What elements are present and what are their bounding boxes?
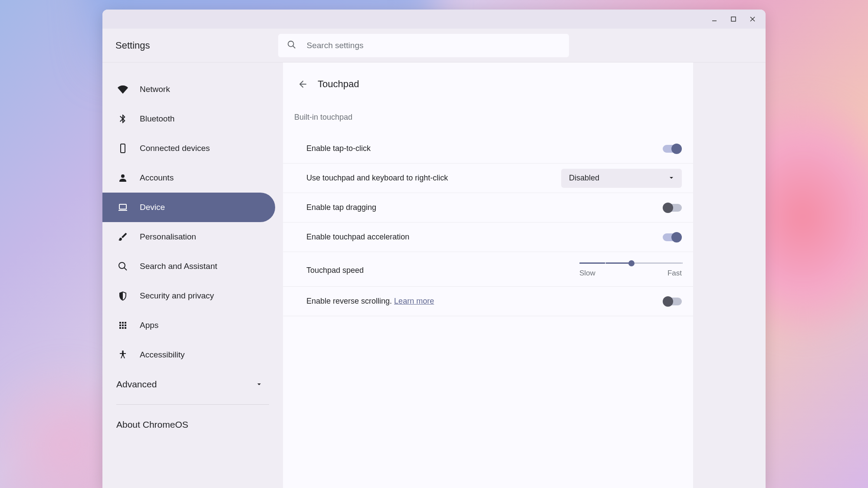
setting-reverse-scrolling: Enable reverse scrolling. Learn more	[283, 287, 693, 316]
sidebar-item-label: Personalisation	[140, 232, 196, 242]
slider-fast-label: Fast	[667, 269, 682, 278]
setting-label: Use touchpad and keyboard to right-click	[306, 174, 448, 183]
person-icon	[116, 171, 129, 184]
search-icon	[287, 40, 296, 51]
sidebar-item-label: Accessibility	[140, 350, 184, 360]
svg-rect-1	[731, 17, 736, 21]
accessibility-icon	[116, 348, 129, 361]
sidebar-item-security-privacy[interactable]: Security and privacy	[102, 281, 275, 311]
sidebar-item-label: Accounts	[140, 173, 174, 183]
sidebar-item-label: Security and privacy	[140, 291, 214, 301]
titlebar	[102, 10, 766, 29]
laptop-icon	[116, 201, 129, 214]
svg-rect-14	[125, 322, 126, 324]
page-header: Touchpad	[283, 75, 693, 93]
dropdown-value: Disabled	[569, 174, 599, 183]
shield-icon	[116, 289, 129, 302]
svg-rect-6	[121, 144, 125, 153]
setting-speed: Touchpad speed Slow Fast	[283, 252, 693, 287]
sidebar-item-network[interactable]: Network	[102, 75, 275, 104]
setting-label: Enable reverse scrolling. Learn more	[306, 297, 434, 306]
setting-label: Touchpad speed	[306, 261, 364, 275]
about-label: About ChromeOS	[116, 419, 188, 430]
brush-icon	[116, 230, 129, 243]
svg-point-21	[122, 350, 124, 352]
dropdown-right-click[interactable]: Disabled	[561, 169, 682, 188]
advanced-label: Advanced	[116, 379, 157, 390]
sidebar-item-connected-devices[interactable]: Connected devices	[102, 134, 275, 163]
sidebar: Network Bluetooth Connected devices Acco…	[102, 62, 283, 488]
chevron-down-icon	[256, 379, 262, 390]
section-header: Built-in touchpad	[283, 113, 693, 122]
sidebar-item-accessibility[interactable]: Accessibility	[102, 340, 275, 370]
sidebar-item-search-assistant[interactable]: Search and Assistant	[102, 252, 275, 281]
learn-more-link[interactable]: Learn more	[394, 297, 434, 305]
slider-speed[interactable]: Slow Fast	[579, 261, 682, 278]
sidebar-item-label: Apps	[140, 321, 158, 330]
svg-rect-20	[125, 327, 126, 329]
back-button[interactable]	[294, 75, 312, 93]
svg-rect-15	[119, 324, 121, 326]
svg-rect-12	[119, 322, 121, 324]
sidebar-about[interactable]: About ChromeOS	[102, 410, 283, 439]
app-header: Settings	[102, 29, 766, 62]
device-icon	[116, 142, 129, 155]
settings-window: Settings Network Bluetooth	[102, 10, 766, 488]
sidebar-item-label: Bluetooth	[140, 114, 174, 124]
setting-tap-to-click: Enable tap-to-click	[283, 134, 693, 164]
sidebar-item-bluetooth[interactable]: Bluetooth	[102, 104, 275, 134]
sidebar-item-accounts[interactable]: Accounts	[102, 163, 275, 193]
sidebar-item-label: Connected devices	[140, 144, 210, 153]
slider-slow-label: Slow	[579, 269, 595, 278]
sidebar-item-personalisation[interactable]: Personalisation	[102, 222, 275, 252]
svg-rect-8	[119, 204, 126, 209]
svg-point-7	[121, 174, 125, 178]
setting-label: Enable tap-to-click	[306, 144, 371, 153]
main-panel: Touchpad Built-in touchpad Enable tap-to…	[283, 62, 693, 488]
wifi-icon	[116, 83, 129, 96]
maximize-button[interactable]	[726, 11, 741, 27]
bluetooth-icon	[116, 112, 129, 125]
toggle-tap-to-click[interactable]	[663, 145, 682, 153]
sidebar-item-device[interactable]: Device	[102, 193, 275, 222]
setting-right-click: Use touchpad and keyboard to right-click…	[283, 164, 693, 193]
svg-point-10	[119, 262, 125, 269]
toggle-tap-dragging[interactable]	[663, 204, 682, 212]
toggle-reverse-scrolling[interactable]	[663, 298, 682, 305]
search-container[interactable]	[278, 34, 569, 57]
setting-acceleration: Enable touchpad acceleration	[283, 223, 693, 252]
sidebar-item-apps[interactable]: Apps	[102, 311, 275, 340]
svg-rect-18	[119, 327, 121, 329]
svg-rect-17	[125, 324, 126, 326]
apps-icon	[116, 319, 129, 332]
search-icon	[116, 260, 129, 273]
svg-line-5	[293, 46, 295, 48]
sidebar-advanced[interactable]: Advanced	[102, 370, 283, 399]
svg-rect-13	[122, 322, 124, 324]
sidebar-item-label: Search and Assistant	[140, 262, 217, 271]
minimize-button[interactable]	[707, 11, 722, 27]
svg-rect-16	[122, 324, 124, 326]
setting-tap-dragging: Enable tap dragging	[283, 193, 693, 223]
sidebar-item-label: Network	[140, 85, 170, 94]
chevron-down-icon	[669, 174, 674, 183]
close-button[interactable]	[745, 11, 760, 27]
svg-line-11	[124, 268, 127, 270]
setting-label: Enable touchpad acceleration	[306, 233, 409, 242]
page-title: Touchpad	[318, 79, 359, 90]
setting-label: Enable tap dragging	[306, 203, 376, 212]
search-input[interactable]	[307, 41, 560, 50]
app-title: Settings	[115, 40, 150, 51]
sidebar-divider	[116, 404, 269, 405]
svg-rect-19	[122, 327, 124, 329]
toggle-acceleration[interactable]	[663, 233, 682, 241]
sidebar-item-label: Device	[140, 203, 165, 212]
svg-point-4	[288, 41, 293, 46]
